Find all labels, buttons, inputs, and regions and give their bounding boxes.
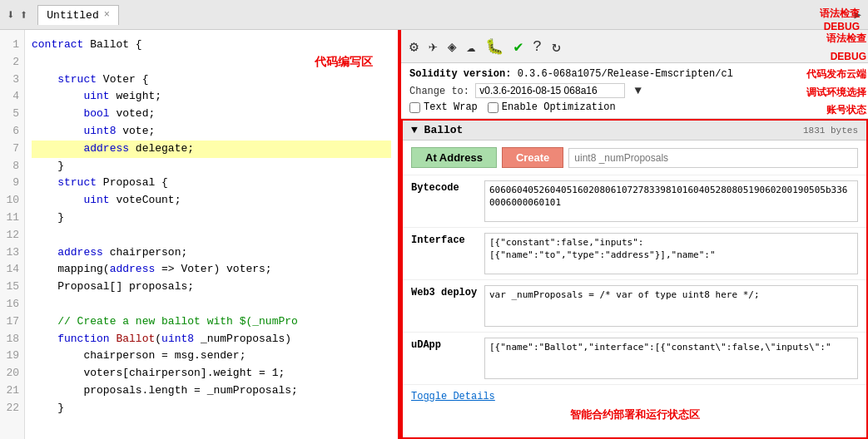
download-icon[interactable]: ⬇: [7, 7, 15, 23]
interface-row: Interface: [403, 228, 866, 280]
line-numbers: 12345 678910 1112131415 1617181920 2122: [0, 30, 25, 439]
toggle-details-link[interactable]: Toggle Details: [411, 391, 495, 402]
change-label: Change to:: [409, 86, 469, 97]
code-lines: contract Ballot { struct Voter { uint we…: [25, 30, 398, 439]
contract-title: ▼ Ballot: [411, 124, 463, 136]
toggle-details-row: Toggle Details: [403, 385, 866, 407]
send-icon[interactable]: ✈: [429, 37, 438, 56]
solidity-info: Solidity version: 0.3.6-068a1075/Release…: [401, 63, 868, 119]
question-icon[interactable]: ?: [533, 38, 542, 55]
bug-icon[interactable]: 🐛: [485, 37, 503, 56]
change-input[interactable]: [475, 83, 625, 98]
bytes-info: 1831 bytes: [803, 126, 858, 136]
refresh-icon[interactable]: ↻: [552, 37, 561, 56]
optimization-option[interactable]: Enable Optimization: [488, 101, 616, 113]
web3deploy-row: Web3 deploy: [403, 280, 866, 333]
interface-label: Interface: [411, 233, 478, 246]
toolbar: ⚙ ✈ ◈ ☁ 🐛 ✔ ? ↻ 语法检查 DEBUG: [401, 30, 868, 63]
right-panel: ⚙ ✈ ◈ ☁ 🐛 ✔ ? ↻ 语法检查 DEBUG 语法检查 DEBUG: [399, 30, 868, 439]
interface-value[interactable]: [484, 233, 858, 274]
debug-label: DEBUG: [820, 30, 860, 32]
cube-icon[interactable]: ◈: [448, 37, 457, 56]
main-content: 代码编写区 12345 678910 1112131415 1617181920…: [0, 30, 868, 439]
action-row: At Address Create: [403, 141, 866, 175]
udapp-value[interactable]: [484, 338, 858, 379]
upload-icon-tab[interactable]: ⬆: [20, 7, 28, 23]
web3deploy-value[interactable]: [484, 285, 858, 327]
tab-bar-icons: ⬇ ⬆: [7, 7, 27, 23]
tab-label: Untitled: [47, 9, 98, 22]
bytecode-value[interactable]: [484, 180, 858, 222]
create-button[interactable]: Create: [502, 147, 563, 168]
address-input[interactable]: [568, 148, 858, 168]
check-icon[interactable]: ✔: [513, 37, 523, 56]
at-address-button[interactable]: At Address: [411, 147, 497, 168]
version-value: 0.3.6-068a1075/Release-Emscripten/cl: [518, 68, 733, 80]
settings-icon[interactable]: ⚙: [409, 37, 419, 56]
udapp-row: uDApp: [403, 333, 866, 385]
tab-untitled[interactable]: Untitled ×: [37, 5, 119, 25]
version-label: Solidity version:: [409, 68, 511, 80]
deploy-label: 智能合约部署和运行状态区: [403, 407, 866, 427]
textwrap-option[interactable]: Text Wrap: [409, 101, 478, 113]
bytecode-row: Bytecode: [403, 175, 866, 228]
cloud-upload-icon[interactable]: ☁: [467, 37, 476, 56]
tab-bar: ⬇ ⬆ Untitled × ▶: [0, 0, 868, 30]
tab-close-button[interactable]: ×: [104, 9, 110, 21]
contract-header: ▼ Ballot 1831 bytes: [403, 121, 866, 141]
udapp-label: uDApp: [411, 338, 478, 351]
tab-arrow[interactable]: ▶: [855, 7, 861, 22]
code-area[interactable]: 12345 678910 1112131415 1617181920 2122 …: [0, 30, 398, 439]
contract-section: ▼ Ballot 1831 bytes At Address Create By…: [401, 119, 868, 439]
web3deploy-label: Web3 deploy: [411, 285, 478, 298]
code-editor: 代码编写区 12345 678910 1112131415 1617181920…: [0, 30, 399, 439]
bytecode-label: Bytecode: [411, 180, 478, 194]
change-dropdown-icon[interactable]: ▼: [634, 84, 641, 97]
textwrap-checkbox[interactable]: [409, 102, 420, 113]
optimization-checkbox[interactable]: [488, 102, 498, 113]
